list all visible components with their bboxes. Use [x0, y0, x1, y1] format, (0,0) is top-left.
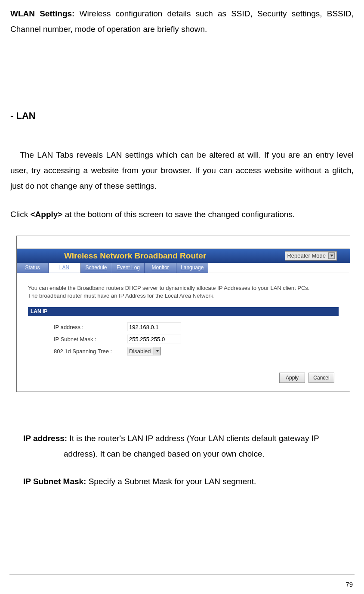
chevron-down-icon	[154, 347, 160, 355]
tab-filler	[208, 263, 350, 273]
wlan-settings-paragraph: WLAN Settings: Wireless configuration de…	[10, 6, 354, 37]
input-ip-subnet[interactable]	[127, 335, 181, 343]
lan-heading: - LAN	[10, 110, 354, 121]
tab-language[interactable]: Language	[176, 263, 208, 273]
tab-row: Status LAN Schedule Event Log Monitor La…	[17, 263, 350, 273]
help-text: You can enable the Broadband routers DHC…	[28, 284, 321, 301]
apply-paragraph: Click <Apply> at the bottom of this scre…	[10, 207, 354, 222]
row-ip-address: IP address :	[54, 323, 339, 331]
apply-pre: Click	[10, 210, 30, 219]
tab-lan[interactable]: LAN	[49, 263, 80, 273]
router-title: Wireless Network Broadband Router	[64, 251, 285, 261]
mode-selector[interactable]: Repeater Mode	[285, 251, 337, 261]
label-ip-address: IP address :	[54, 324, 127, 330]
mode-label: Repeater Mode	[287, 252, 326, 259]
select-value: Disabled	[129, 348, 151, 355]
row-spanning-tree: 802.1d Spanning Tree : Disabled	[54, 347, 339, 355]
tab-status[interactable]: Status	[17, 263, 49, 273]
row-ip-subnet: IP Subnet Mask :	[54, 335, 339, 343]
def-subnet-text: Specify a Subnet Mask for your LAN segme…	[86, 477, 256, 486]
apply-post: at the bottom of this screen to save the…	[62, 210, 295, 219]
apply-button[interactable]: Apply	[279, 373, 305, 383]
def-ip-text-l2: address). It can be changed based on you…	[23, 446, 354, 462]
router-ui-window: Wireless Network Broadband Router Repeat…	[16, 236, 350, 392]
button-row: Apply Cancel	[28, 373, 339, 387]
footer-rule	[9, 575, 355, 575]
def-ip-address: IP address: It is the router's LAN IP ad…	[23, 431, 354, 462]
def-ip-text-l1: It is the router's LAN IP address (Your …	[67, 434, 319, 443]
lan-intro-paragraph: The LAN Tabs reveals LAN settings which …	[10, 147, 354, 194]
input-ip-address[interactable]	[127, 323, 181, 331]
page-number: 79	[345, 581, 353, 588]
tab-monitor[interactable]: Monitor	[145, 263, 176, 273]
def-ip-subnet: IP Subnet Mask: Specify a Subnet Mask fo…	[23, 474, 354, 489]
wlan-label: WLAN Settings:	[10, 9, 74, 18]
apply-bold: <Apply>	[30, 210, 62, 219]
label-spanning-tree: 802.1d Spanning Tree :	[54, 348, 127, 355]
def-subnet-label: IP Subnet Mask:	[23, 477, 86, 486]
router-body: You can enable the Broadband routers DHC…	[17, 273, 350, 392]
cancel-button[interactable]: Cancel	[308, 373, 334, 383]
tab-schedule[interactable]: Schedule	[80, 263, 112, 273]
def-ip-label: IP address:	[23, 434, 67, 443]
section-lan-ip: LAN IP	[28, 307, 339, 316]
label-ip-subnet: IP Subnet Mask :	[54, 336, 127, 342]
router-header-bar	[17, 236, 350, 249]
router-title-bar: Wireless Network Broadband Router Repeat…	[17, 249, 350, 263]
tab-event-log[interactable]: Event Log	[112, 263, 145, 273]
definitions-block: IP address: It is the router's LAN IP ad…	[23, 431, 354, 489]
chevron-down-icon	[328, 252, 335, 259]
router-screenshot: Wireless Network Broadband Router Repeat…	[16, 236, 350, 392]
select-spanning-tree[interactable]: Disabled	[127, 347, 161, 355]
